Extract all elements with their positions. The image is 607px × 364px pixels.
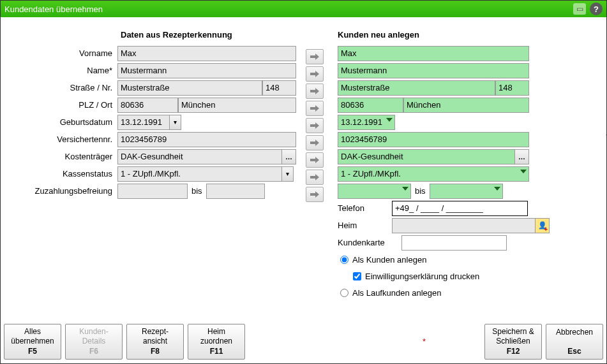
strasse-left-field[interactable] xyxy=(117,80,262,96)
vorname-right-field[interactable] xyxy=(338,46,529,61)
bis-label-right: bis xyxy=(411,186,430,196)
kunden-details-button: Kunden-DetailsF6 xyxy=(65,324,123,360)
transfer-vorname-button[interactable] xyxy=(306,49,324,64)
name-right-field[interactable] xyxy=(338,63,529,78)
bis-label: bis xyxy=(188,186,206,196)
alles-übernehmen-button[interactable]: AllesübernehmenF5 xyxy=(4,324,61,360)
ort-right-field[interactable] xyxy=(403,98,529,113)
kstat-left-field[interactable] xyxy=(117,166,282,182)
transfer-plzort-button[interactable] xyxy=(306,101,324,116)
label-strasse: Straße / Nr. xyxy=(6,83,117,92)
karte-field[interactable] xyxy=(401,235,507,251)
label-vorname: Vorname xyxy=(6,48,117,58)
plz-right-field[interactable] xyxy=(338,98,403,113)
telefon-field[interactable] xyxy=(392,201,528,216)
heim-field[interactable] xyxy=(392,218,536,233)
dropdown-icon[interactable]: ▾ xyxy=(170,115,181,130)
einwilligung-label: Einwilligungserklärung drucken xyxy=(365,272,479,281)
help-icon[interactable]: ? xyxy=(590,3,603,15)
window-title: Kundendaten übernehmen xyxy=(4,4,103,14)
label-vnr: Versichertennr. xyxy=(6,135,117,144)
transfer-gdatum-button[interactable] xyxy=(306,118,324,133)
zuz-to-left-field[interactable] xyxy=(206,184,265,199)
kstat-right-field[interactable] xyxy=(338,166,529,182)
label-name: Name* xyxy=(6,66,117,75)
dropdown-icon[interactable]: ▾ xyxy=(282,166,294,182)
strasse-right-field[interactable] xyxy=(338,80,495,96)
vnr-right-field[interactable] xyxy=(338,132,529,147)
rezept-ansicht-button[interactable]: Rezept-ansichtF8 xyxy=(126,324,184,360)
transfer-vnr-button[interactable] xyxy=(306,135,324,150)
label-kost: Kostenträger xyxy=(6,152,117,161)
als-kunden-label: Als Kunden anlegen xyxy=(352,255,426,265)
ort-left-field[interactable] xyxy=(178,98,296,113)
label-telefon: Telefon xyxy=(338,203,392,213)
right-section-title: Kunden neu anlegen xyxy=(338,30,601,40)
kost-lookup-button[interactable]: … xyxy=(282,149,296,164)
vorname-left-field[interactable] xyxy=(117,46,296,61)
titlebar: Kundendaten übernehmen ▭ ? xyxy=(1,1,606,17)
speichern-schliessen-button[interactable]: Speichern &SchließenF12 xyxy=(484,324,542,360)
left-section-title: Daten aus Rezepterkennung xyxy=(121,30,299,40)
kost-right-field[interactable] xyxy=(338,149,515,164)
zuz-from-left-field[interactable] xyxy=(117,184,188,199)
heim-zuordnen-button[interactable]: HeimzuordnenF11 xyxy=(188,324,245,360)
transfer-name-button[interactable] xyxy=(306,66,324,82)
gdatum-right-field[interactable] xyxy=(338,115,395,130)
label-gdatum: Geburtsdatum xyxy=(6,117,117,127)
abbrechen-button[interactable]: AbbrechenEsc xyxy=(546,324,603,360)
label-heim: Heim xyxy=(338,221,392,230)
als-laufkunden-radio[interactable] xyxy=(340,289,348,297)
label-zuz: Zuzahlungsbefreiung xyxy=(6,186,117,196)
nr-left-field[interactable] xyxy=(262,80,296,96)
name-left-field[interactable] xyxy=(117,63,296,78)
label-karte: Kundenkarte xyxy=(338,238,401,247)
zuz-from-right-field[interactable] xyxy=(338,184,411,199)
nr-right-field[interactable] xyxy=(495,80,529,96)
plz-left-field[interactable] xyxy=(117,98,178,113)
transfer-kstat-button[interactable] xyxy=(306,170,324,185)
kost-left-field[interactable] xyxy=(117,149,282,164)
transfer-strasse-button[interactable] xyxy=(306,84,324,99)
als-kunden-radio[interactable] xyxy=(340,256,348,264)
label-kstat: Kassenstatus xyxy=(6,169,117,178)
kost-lookup-right-button[interactable]: … xyxy=(515,149,529,164)
transfer-zuz-button[interactable] xyxy=(306,187,324,202)
vnr-left-field[interactable] xyxy=(117,132,296,147)
label-plzort: PLZ / Ort xyxy=(6,100,117,110)
transfer-kost-button[interactable] xyxy=(306,152,324,168)
gdatum-left-field[interactable] xyxy=(117,115,170,130)
zuz-to-right-field[interactable] xyxy=(430,184,503,199)
einwilligung-checkbox[interactable] xyxy=(353,272,361,280)
als-laufkunden-label: Als Laufkunden anlegen xyxy=(352,288,442,298)
heim-add-button[interactable]: 👤+ xyxy=(536,218,550,233)
window-control-icon[interactable]: ▭ xyxy=(573,3,586,15)
